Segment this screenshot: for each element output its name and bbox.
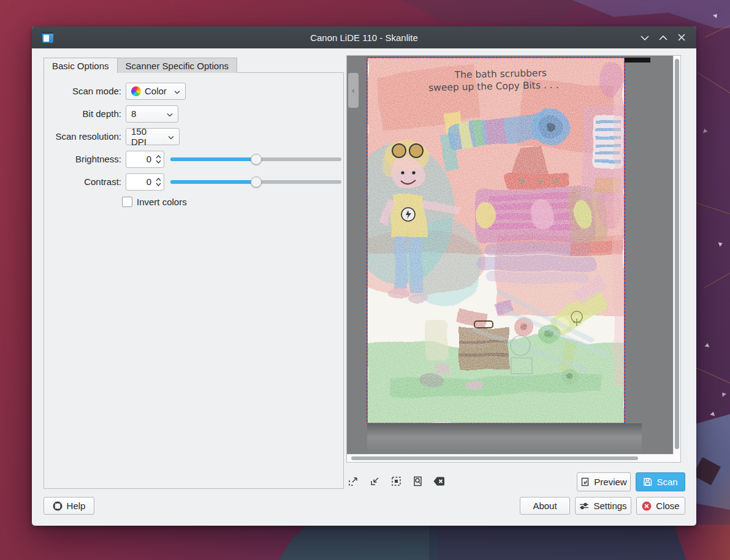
scan-caption-line1: The bath scrubbers xyxy=(454,67,547,80)
settings-sliders-icon xyxy=(579,502,589,510)
scan-mode-value: Color xyxy=(145,86,167,96)
preview-doc-icon xyxy=(580,477,590,486)
contrast-slider[interactable] xyxy=(170,176,341,188)
scan-mode-label: Scan mode: xyxy=(48,86,121,96)
brightness-label: Brightness: xyxy=(48,154,121,164)
scan-button[interactable]: Scan xyxy=(636,472,685,491)
preview-vertical-scrollbar[interactable] xyxy=(673,56,680,454)
bit-depth-label: Bit depth: xyxy=(48,108,121,119)
wallpaper-hex-line xyxy=(695,202,730,215)
help-button-label: Help xyxy=(67,501,86,511)
brightness-spinbox[interactable]: 0 xyxy=(126,151,164,168)
contrast-spinbox[interactable]: 0 xyxy=(126,173,164,191)
scan-resolution-dropdown[interactable]: 150 DPI xyxy=(126,128,180,145)
invert-colors-checkbox[interactable] xyxy=(122,197,132,207)
scanner-lid-area xyxy=(367,423,642,453)
close-button-label: Close xyxy=(656,501,679,511)
scan-resolution-label: Scan resolution: xyxy=(48,131,121,142)
wallpaper-hex-line xyxy=(704,267,730,289)
settings-button[interactable]: Settings xyxy=(575,497,631,515)
tab-basic-options[interactable]: Basic Options xyxy=(44,58,118,73)
color-wheel-icon xyxy=(131,86,141,96)
preview-canvas[interactable]: ‹ xyxy=(347,56,673,454)
minimize-icon[interactable] xyxy=(639,31,651,44)
chevron-down-icon xyxy=(174,86,180,96)
splitter-collapse-handle[interactable]: ‹ xyxy=(348,73,359,108)
help-lifering-icon xyxy=(53,501,63,511)
save-floppy-icon xyxy=(643,477,652,486)
chevron-down-icon xyxy=(168,131,174,142)
close-circle-icon xyxy=(642,501,652,511)
wallpaper-particle xyxy=(705,342,710,347)
bit-depth-dropdown[interactable]: 8 xyxy=(126,105,178,123)
scrollbar-corner xyxy=(673,454,680,462)
invert-colors-label: Invert colors xyxy=(137,197,187,207)
preview-area: ‹ xyxy=(346,55,681,463)
preview-toolbar xyxy=(347,475,446,488)
brightness-slider-handle[interactable] xyxy=(251,154,262,165)
wallpaper-polygon xyxy=(279,524,438,560)
wallpaper-hex-line xyxy=(697,72,730,96)
brightness-value: 0 xyxy=(126,154,153,164)
window-title: Canon LiDE 110 - Skanlite xyxy=(32,32,696,43)
bit-depth-value: 8 xyxy=(131,108,136,119)
zoom-in-icon[interactable] xyxy=(347,475,360,488)
window-content: Basic Options Scanner Specific Options S… xyxy=(32,48,696,526)
clear-selections-icon[interactable] xyxy=(433,475,446,488)
wallpaper-polygon xyxy=(380,0,582,27)
wallpaper-particle xyxy=(718,241,723,247)
scanned-image[interactable]: The bath scrubbers sweep up the Copy Bit… xyxy=(367,58,625,423)
options-tabbar: Basic Options Scanner Specific Options xyxy=(44,58,237,73)
close-icon[interactable] xyxy=(675,31,688,44)
about-button[interactable]: About xyxy=(520,497,570,515)
wallpaper-hex-line xyxy=(696,368,730,384)
tab-scanner-specific-options[interactable]: Scanner Specific Options xyxy=(118,58,237,73)
wallpaper-particle xyxy=(710,411,715,416)
titlebar[interactable]: Canon LiDE 110 - Skanlite xyxy=(32,26,696,48)
contrast-label: Contrast: xyxy=(48,176,121,187)
zoom-to-selection-icon[interactable] xyxy=(390,475,403,488)
close-button[interactable]: Close xyxy=(636,497,685,515)
preview-horizontal-scrollbar[interactable] xyxy=(347,454,673,462)
help-button[interactable]: Help xyxy=(44,497,94,515)
scan-mode-dropdown[interactable]: Color xyxy=(126,83,186,100)
zoom-to-fit-icon[interactable] xyxy=(411,475,424,488)
contrast-value: 0 xyxy=(126,176,153,187)
skanlite-window: Canon LiDE 110 - Skanlite Basic Options … xyxy=(32,26,696,526)
settings-button-label: Settings xyxy=(593,501,626,511)
scanned-drawing: The bath scrubbers sweep up the Copy Bit… xyxy=(367,58,625,423)
brightness-slider[interactable] xyxy=(170,153,341,165)
maximize-icon[interactable] xyxy=(657,31,669,44)
wallpaper-particle xyxy=(702,128,707,133)
scan-resolution-value: 150 DPI xyxy=(131,126,164,147)
spin-arrows-icon[interactable] xyxy=(153,174,164,190)
preview-button-label: Preview xyxy=(594,477,626,487)
horizontal-scrollbar-thumb[interactable] xyxy=(351,456,638,460)
basic-options-panel: Scan mode: Color Bit depth: 8 xyxy=(44,72,344,489)
scan-edge-strip xyxy=(625,58,650,62)
preview-button[interactable]: Preview xyxy=(577,472,631,491)
spin-arrows-icon[interactable] xyxy=(153,151,164,167)
chevron-down-icon xyxy=(167,108,173,119)
zoom-out-icon[interactable] xyxy=(368,475,381,488)
contrast-slider-handle[interactable] xyxy=(251,176,262,187)
about-button-label: About xyxy=(533,501,557,511)
wallpaper-polygon xyxy=(564,0,730,28)
wallpaper-particle xyxy=(720,391,726,397)
scan-button-label: Scan xyxy=(656,477,677,487)
vertical-scrollbar-thumb[interactable] xyxy=(675,59,679,449)
